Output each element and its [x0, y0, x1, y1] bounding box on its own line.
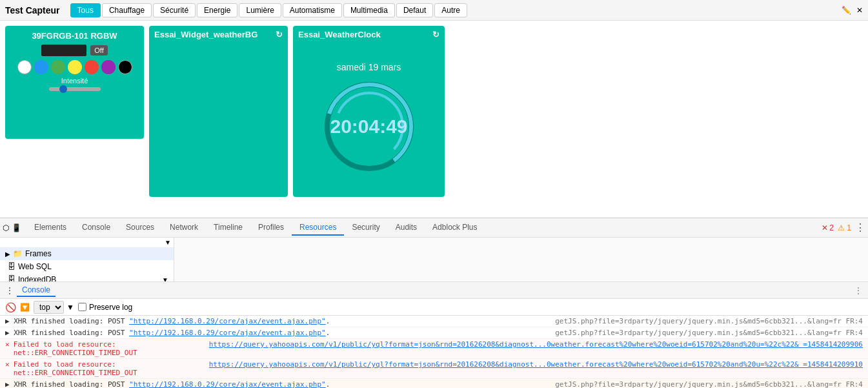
page-title: Test Capteur	[5, 5, 60, 15]
intensity-label: Intensité	[10, 77, 139, 85]
tab-lumiere[interactable]: Lumière	[239, 3, 281, 17]
tab-elements[interactable]: Elements	[26, 220, 74, 236]
msg-source-4[interactable]: https://query.yahooapis.com/v1/public/yq…	[209, 360, 863, 369]
error-icon-4: ✕	[5, 360, 10, 369]
color-btn-yellow[interactable]	[68, 60, 82, 74]
console-tab-bar: ⋮ Console ⋮	[0, 282, 868, 299]
weatherclock-header: Essai_WeatherClock ↻	[293, 26, 445, 43]
console-msg-3: ✕ Failed to load resource:net::ERR_CONNE…	[0, 339, 868, 359]
devtools-more-icon[interactable]: ⋮	[855, 221, 865, 234]
tab-energie[interactable]: Energie	[197, 3, 237, 17]
rgbw-toggle-off[interactable]: Off	[90, 45, 107, 56]
filter-select-wrap: top ▼	[34, 301, 74, 314]
msg-link-1[interactable]: "http://192.168.0.29/core/ajax/event.aja…	[129, 317, 326, 325]
msg-text-5[interactable]: ▶ XHR finished loading: POST "http://192…	[5, 380, 555, 388]
msg-source-2: getJS.php?file=3rdparty/jquery/jquery.mi…	[555, 329, 863, 337]
slider-track[interactable]	[49, 87, 101, 91]
tab-adblock[interactable]: Adblock Plus	[425, 220, 485, 236]
widget-rgbw: 39FGRGB-101 RGBW Off Intensité	[5, 26, 144, 139]
tree-item-frames[interactable]: ▶ 📁 Frames	[0, 247, 174, 260]
color-btn-blue[interactable]	[34, 60, 48, 74]
console-tab-divider-icon: ⋮	[854, 285, 863, 296]
tree-scroll-handle[interactable]: ▼	[162, 276, 168, 282]
tree-item-indexeddb[interactable]: 🗄 IndexedDB ▼	[0, 273, 174, 281]
clock-ring: 20:04:49	[318, 75, 421, 178]
msg-text-1[interactable]: ▶ XHR finished loading: POST "http://192…	[5, 317, 555, 325]
weatherbg-refresh-icon[interactable]: ↻	[276, 30, 283, 39]
tree-arrow-frames: ▶	[5, 250, 10, 258]
tree-header: ▼	[0, 238, 174, 247]
msg-source-3[interactable]: https://query.yahooapis.com/v1/public/yq…	[209, 340, 863, 349]
error-count: 2	[829, 223, 834, 232]
tree-scroll-up: ▼	[165, 239, 171, 246]
tab-automatisme[interactable]: Automatisme	[283, 3, 342, 17]
msg-text-2[interactable]: ▶ XHR finished loading: POST "http://192…	[5, 329, 555, 337]
console-tab[interactable]: Console	[17, 284, 56, 297]
tab-resources[interactable]: Resources	[292, 220, 344, 236]
console-msg-2: ▶ XHR finished loading: POST "http://192…	[0, 327, 868, 339]
clock-area: samedi 19 mars 20:04:49	[318, 43, 421, 197]
resource-detail	[174, 238, 868, 281]
devtools-panel: ⬡ 📱 Elements Console Sources Network Tim…	[0, 218, 868, 388]
color-buttons	[10, 60, 139, 74]
preserve-log-checkbox[interactable]	[78, 303, 86, 311]
error-icon-3: ✕	[5, 340, 10, 349]
rgbw-title: 39FGRGB-101 RGBW	[10, 31, 139, 41]
filter-icon[interactable]: 🔽	[20, 303, 30, 312]
tab-multimedia[interactable]: Multimedia	[343, 3, 395, 17]
msg-link-2[interactable]: "http://192.168.0.29/core/ajax/event.aja…	[129, 329, 326, 337]
msg-source-5: getJS.php?file=3rdparty/jquery/jquery.mi…	[555, 380, 863, 388]
edit-icon[interactable]: ✏️	[842, 6, 851, 15]
console-msg-5: ▶ XHR finished loading: POST "http://192…	[0, 379, 868, 388]
tree-label-frames: Frames	[25, 249, 52, 258]
msg-text-4: Failed to load resource:net::ERR_CONNECT…	[14, 360, 209, 377]
tab-chauffage[interactable]: Chauffage	[102, 3, 152, 17]
console-bottom: ⋮ Console ⋮ 🚫 🔽 top ▼ Preserve log ▶ XHR	[0, 281, 868, 388]
top-right-actions: ✏️ ✕	[842, 6, 863, 15]
weatherbg-header: Essai_Widget_weatherBG ↻	[149, 26, 288, 43]
widget-weatherclock: Essai_WeatherClock ↻ samedi 19 mars 20:0…	[293, 26, 445, 197]
clear-console-icon[interactable]: 🚫	[5, 302, 16, 312]
main-content: 39FGRGB-101 RGBW Off Intensité	[0, 21, 868, 218]
rgbw-color-bar	[41, 45, 86, 56]
weatherclock-refresh-icon[interactable]: ↻	[432, 30, 439, 39]
color-btn-white[interactable]	[17, 60, 32, 74]
color-btn-green[interactable]	[51, 60, 65, 74]
widget-area: 39FGRGB-101 RGBW Off Intensité	[0, 21, 868, 218]
tab-sources[interactable]: Sources	[118, 220, 162, 236]
console-dots-icon: ⋮	[5, 285, 14, 296]
tab-audits[interactable]: Audits	[388, 220, 425, 236]
console-msg-1: ▶ XHR finished loading: POST "http://192…	[0, 316, 868, 327]
tab-defaut[interactable]: Defaut	[396, 3, 433, 17]
tab-console[interactable]: Console	[74, 220, 118, 236]
tree-label-websql: Web SQL	[18, 262, 52, 271]
cursor-icon[interactable]: ⬡	[3, 223, 9, 232]
tree-label-indexeddb: IndexedDB	[18, 275, 56, 281]
warn-badge: ⚠ 1	[838, 223, 851, 232]
color-btn-purple[interactable]	[101, 60, 116, 74]
preserve-log-toggle: Preserve log	[78, 303, 132, 312]
tab-autre[interactable]: Autre	[434, 3, 467, 17]
tab-securite[interactable]: Sécurité	[153, 3, 196, 17]
msg-source-1: getJS.php?file=3rdparty/jquery/jquery.mi…	[555, 317, 863, 325]
tab-profiles[interactable]: Profiles	[250, 220, 292, 236]
color-btn-black[interactable]	[118, 60, 132, 74]
devtools-body: ▼ ▶ 📁 Frames 🗄 Web SQL 🗄 IndexedDB ▼	[0, 238, 868, 281]
devtools-tab-right: ✕ 2 ⚠ 1 ⋮	[822, 221, 865, 234]
weatherclock-title: Essai_WeatherClock	[298, 30, 381, 39]
msg-link-5[interactable]: "http://192.168.0.29/core/ajax/event.aja…	[129, 380, 326, 388]
tab-network[interactable]: Network	[162, 220, 206, 236]
error-badge: ✕ 2	[822, 223, 834, 232]
filter-select[interactable]: top	[34, 301, 64, 314]
slider-thumb[interactable]	[59, 85, 67, 93]
close-icon[interactable]: ✕	[856, 6, 863, 15]
warn-count: 1	[847, 223, 851, 232]
tree-icon-indexeddb: 🗄	[8, 275, 15, 281]
intensity-slider[interactable]	[10, 87, 139, 91]
mobile-icon[interactable]: 📱	[12, 223, 21, 232]
tab-tous[interactable]: Tous	[70, 3, 101, 17]
tree-item-websql[interactable]: 🗄 Web SQL	[0, 260, 174, 273]
tab-security[interactable]: Security	[344, 220, 387, 236]
tab-timeline[interactable]: Timeline	[206, 220, 250, 236]
color-btn-red[interactable]	[85, 60, 99, 74]
